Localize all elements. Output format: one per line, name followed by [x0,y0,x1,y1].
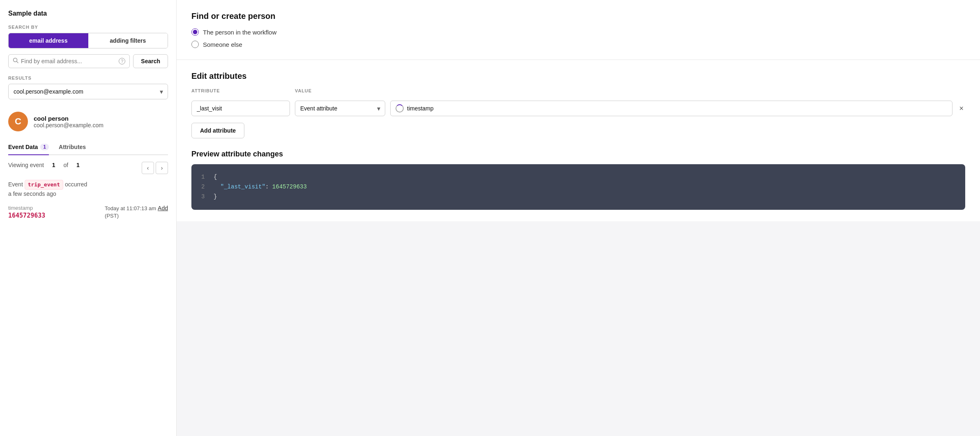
results-label: RESULTS [8,76,168,80]
code-preview-block: 1 { 2 "_last_visit": 1645729633 3 } [191,164,965,210]
radio-person-in-workflow[interactable]: The person in the workflow [191,28,965,36]
line-num-2: 2 [201,182,207,192]
timestamp-row: timestamp 1645729633 Today at 11:07:13 a… [8,205,168,220]
add-link[interactable]: Add [158,205,168,211]
toggle-email-address[interactable]: email address [9,33,88,48]
avatar: C [8,112,28,131]
svg-line-1 [17,62,18,63]
nav-buttons: ‹ › [142,162,168,174]
results-section: RESULTS cool.person@example.com [8,76,168,99]
timestamp-label: timestamp [8,205,45,211]
edit-attributes-title: Edit attributes [191,71,965,81]
timestamp-sub: Today at 11:07:13 am (PST) [105,205,156,220]
person-email: cool.person@example.com [34,122,104,129]
person-name: cool person [34,115,104,122]
radio-group: The person in the workflow Someone else [191,28,965,48]
code-line-3: 3 } [201,192,955,202]
toggle-adding-filters[interactable]: adding filters [88,33,168,48]
code-content-1: { [214,172,217,182]
timestamp-time-wrap: Today at 11:07:13 am (PST) Add [101,205,168,220]
remove-attribute-button[interactable]: × [957,103,965,115]
find-or-create-title: Find or create person [191,11,965,21]
attribute-name-input[interactable] [191,101,290,116]
timestamp-time: Today at 11:07:13 am [105,205,156,212]
tab-attributes-label: Attributes [59,144,86,150]
viewing-row: Viewing event 1 of 1 ‹ › [8,162,168,174]
person-card: C cool person cool.person@example.com [8,108,168,135]
value-input[interactable] [407,105,947,112]
left-panel: Sample data SEARCH BY email address addi… [0,0,177,436]
radio-someone-else[interactable]: Someone else [191,41,965,48]
preview-title: Preview attribute changes [191,150,965,158]
radio-person-in-workflow-input[interactable] [191,28,199,36]
attr-columns-header: ATTRIBUTE VALUE [191,88,965,96]
search-row: ? Search [8,54,168,68]
tabs-row: Event Data 1 Attributes [8,144,168,155]
results-select[interactable]: cool.person@example.com [8,84,168,99]
viewing-label: Viewing event [8,162,44,168]
viewing-num1: 1 [52,162,55,168]
line-num-3: 3 [201,192,207,202]
value-input-wrap [390,101,952,116]
radio-someone-else-input[interactable] [191,41,199,48]
event-occurred-text: Event trip_event occurred a few seconds … [8,180,168,198]
search-button[interactable]: Search [133,54,168,68]
attribute-edit-row: Event attribute × [191,101,965,116]
find-or-create-section: Find or create person The person in the … [177,0,980,60]
event-occurred-label: occurred [65,181,87,188]
spin-icon [396,104,404,112]
attribute-col-label: ATTRIBUTE [191,88,290,93]
value-col-header: VALUE [295,88,385,96]
viewing-num2: 1 [76,162,80,168]
viewing-of: of [64,162,69,168]
value-type-select[interactable]: Event attribute [295,101,385,116]
tab-attributes[interactable]: Attributes [59,144,86,155]
code-content-3: } [214,192,217,202]
nav-next-button[interactable]: › [156,162,168,174]
search-by-label: SEARCH BY [8,25,168,30]
search-icon [13,57,18,65]
tab-event-data-badge: 1 [40,144,49,150]
add-attribute-button[interactable]: Add attribute [191,123,244,138]
right-panel: Find or create person The person in the … [177,0,980,436]
tab-event-data[interactable]: Event Data 1 [8,144,49,155]
person-info: cool person cool.person@example.com [34,115,104,129]
search-input[interactable] [21,58,116,64]
event-name-badge: trip_event [25,180,63,190]
viewing-event-text: Viewing event 1 of 1 [8,162,80,168]
search-input-wrap: ? [8,54,130,68]
tab-event-data-label: Event Data [8,144,38,150]
code-content-2: "_last_visit": 1645729633 [214,182,307,192]
edit-attributes-section: Edit attributes ATTRIBUTE VALUE Event at… [177,60,980,221]
search-by-toggle: email address adding filters [8,33,168,48]
value-type-select-wrap: Event attribute [295,101,385,116]
timestamp-timezone: (PST) [105,212,156,220]
timestamp-info: timestamp 1645729633 [8,205,45,219]
code-line-2: 2 "_last_visit": 1645729633 [201,182,955,192]
radio-someone-else-label: Someone else [203,41,242,48]
line-num-1: 1 [201,172,207,182]
results-select-wrap: cool.person@example.com [8,84,168,99]
radio-person-in-workflow-label: The person in the workflow [203,29,276,36]
sample-data-title: Sample data [8,10,168,17]
attribute-col-header: ATTRIBUTE [191,88,290,96]
help-icon: ? [119,58,125,64]
nav-prev-button[interactable]: ‹ [142,162,154,174]
value-col-label: VALUE [295,88,385,93]
event-label: Event [8,181,23,188]
code-line-1: 1 { [201,172,955,182]
timestamp-value: 1645729633 [8,212,45,219]
event-time: a few seconds ago [8,190,56,197]
